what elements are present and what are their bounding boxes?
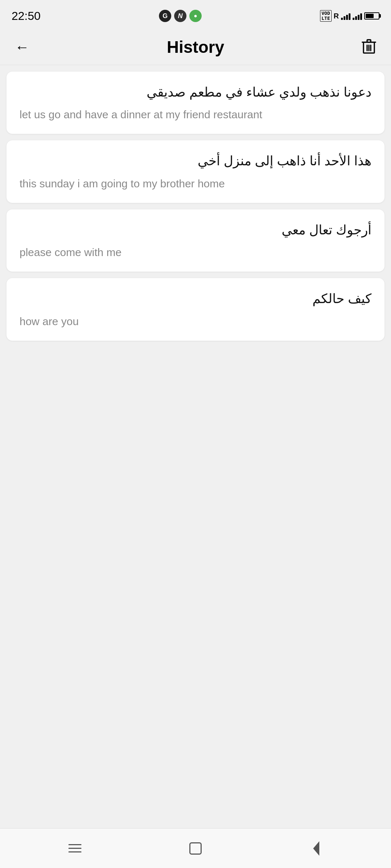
- trash-icon: [362, 39, 376, 55]
- status-bar: 22:50 G N ● VODLTE R: [0, 0, 391, 29]
- square-icon: [189, 842, 202, 855]
- nav-back-button[interactable]: [305, 838, 327, 859]
- status-icons: G N ●: [159, 10, 202, 22]
- triangle-icon: [313, 841, 319, 856]
- signal-bars-1: [341, 12, 350, 20]
- back-arrow-icon: ←: [15, 40, 29, 54]
- nav-home-button[interactable]: [185, 838, 206, 859]
- page-title: History: [167, 37, 224, 57]
- g-icon: G: [159, 10, 171, 22]
- history-item[interactable]: كيف حالكمhow are you: [7, 278, 384, 340]
- english-text-3: how are you: [20, 314, 371, 329]
- history-list: دعونا نذهب ولدي عشاء في مطعم صديقيlet us…: [0, 65, 391, 347]
- battery-fill: [366, 14, 374, 18]
- arabic-text-3: كيف حالكم: [20, 290, 371, 308]
- back-button[interactable]: ←: [13, 38, 31, 56]
- signal-bars-2: [353, 12, 362, 20]
- d-icon: ●: [189, 10, 202, 22]
- bottom-nav: [0, 828, 391, 868]
- delete-button[interactable]: [360, 38, 378, 56]
- history-item[interactable]: دعونا نذهب ولدي عشاء في مطعم صديقيlet us…: [7, 72, 384, 134]
- svg-rect-2: [367, 40, 371, 42]
- english-text-1: this sunday i am going to my brother hom…: [20, 176, 371, 191]
- nav-menu-button[interactable]: [64, 838, 86, 859]
- arabic-text-1: هذا الأحد أنا ذاهب إلى منزل أخي: [20, 152, 371, 170]
- history-item[interactable]: هذا الأحد أنا ذاهب إلى منزل أخيthis sund…: [7, 140, 384, 203]
- r-indicator: R: [334, 12, 339, 20]
- arabic-text-2: أرجوك تعال معي: [20, 221, 371, 239]
- battery-icon: [364, 12, 379, 20]
- volte-indicator: VODLTE: [320, 10, 331, 22]
- hamburger-icon: [68, 844, 81, 852]
- n-icon: N: [174, 10, 186, 22]
- app-bar: ← History: [0, 29, 391, 65]
- status-right: VODLTE R: [320, 10, 379, 22]
- history-item[interactable]: أرجوك تعال معيplease come with me: [7, 209, 384, 272]
- status-time: 22:50: [12, 9, 41, 23]
- english-text-0: let us go and have a dinner at my friend…: [20, 107, 371, 122]
- english-text-2: please come with me: [20, 245, 371, 260]
- arabic-text-0: دعونا نذهب ولدي عشاء في مطعم صديقي: [20, 83, 371, 101]
